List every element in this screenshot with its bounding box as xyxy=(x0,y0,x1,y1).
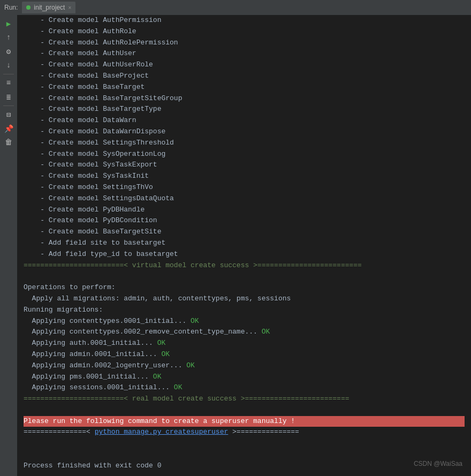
console-line: - Create model PyDBCondition xyxy=(24,215,465,226)
scroll-down-button[interactable]: ↓ xyxy=(2,59,15,72)
run-tab[interactable]: init_project × xyxy=(22,2,75,13)
tab-close-button[interactable]: × xyxy=(68,5,71,11)
settings-button[interactable]: ⚙ xyxy=(2,45,15,58)
console-line xyxy=(24,449,465,460)
run-label: Run: xyxy=(4,4,18,11)
watermark: CSDN @WaiSaa xyxy=(414,460,462,467)
console-line: - Create model SettingsThVo xyxy=(24,182,465,193)
console-line: - Create model SettingsDataQuota xyxy=(24,193,465,205)
console-line: Running migrations: xyxy=(24,305,465,316)
console-line: Applying auth.0001_initial... OK xyxy=(24,338,465,349)
run-status-dot xyxy=(26,5,31,10)
ide-container: Run: init_project × ▶ ↑ ⚙ ↓ ≡ ≣ ⊟ 📌 🗑 - … xyxy=(0,0,471,476)
console-line: - Create model AuthPermission xyxy=(24,15,465,26)
play-button[interactable]: ▶ xyxy=(2,17,15,30)
console-line: Applying pms.0001_initial... OK xyxy=(24,372,465,383)
console-line xyxy=(24,438,465,449)
console-line: - Create model BaseTargetType xyxy=(24,104,465,115)
toolbar-separator-1 xyxy=(3,74,14,74)
tab-name: init_project xyxy=(34,4,65,11)
console-line: Applying admin.0001_initial... OK xyxy=(24,349,465,360)
console-line: - Create model AuthUser xyxy=(24,48,465,59)
console-line: - Create model BaseProject xyxy=(24,71,465,82)
console-line: Apply all migrations: admin, auth, conte… xyxy=(24,293,465,305)
side-toolbar: ▶ ↑ ⚙ ↓ ≡ ≣ ⊟ 📌 🗑 xyxy=(0,15,17,476)
console-line: Operations to perform: xyxy=(24,282,465,293)
console-line: ========================< virtual model … xyxy=(24,260,465,271)
console-line: Applying sessions.0001_initial... OK xyxy=(24,382,465,394)
console-line: - Create model DataWarnDispose xyxy=(24,126,465,138)
console-line: Applying contenttypes.0002_remove_conten… xyxy=(24,327,465,338)
console-line: ========================< real model cre… xyxy=(24,394,465,405)
console-line: Applying contenttypes.0001_initial... OK xyxy=(24,316,465,327)
console-line: - Create model SysTaskInit xyxy=(24,171,465,182)
manage-py-link[interactable]: python manage.py createsuperuser xyxy=(95,428,229,436)
console-line: - Create model BaseTargetSiteGroup xyxy=(24,93,465,104)
toolbar-separator-2 xyxy=(3,105,14,106)
console-line: Applying admin.0002_logentry_user... OK xyxy=(24,360,465,372)
console-line: - Create model BaseTarget xyxy=(24,82,465,93)
console-output[interactable]: - Create model AuthPermission - Create m… xyxy=(17,15,471,476)
console-line: - Create model AuthRolePermission xyxy=(24,37,465,49)
main-area: ▶ ↑ ⚙ ↓ ≡ ≣ ⊟ 📌 🗑 - Create model AuthPer… xyxy=(0,15,471,476)
console-line: - Create model AuthRole xyxy=(24,26,465,37)
console-line: - Add field type_id to basetarget xyxy=(24,249,465,260)
print-button[interactable]: ⊟ xyxy=(2,108,15,121)
console-line: - Create model PyDBHandle xyxy=(24,205,465,216)
console-line: - Create model SysTaskExport xyxy=(24,160,465,171)
console-line: - Add field site to basetarget xyxy=(24,238,465,249)
console-line: - Create model DataWarn xyxy=(24,115,465,126)
console-line: Please run the following command to crea… xyxy=(24,416,465,427)
console-line: ===============< python manage.py create… xyxy=(24,427,465,438)
delete-button[interactable]: 🗑 xyxy=(2,136,15,149)
format-button-1[interactable]: ≡ xyxy=(2,77,15,89)
console-line: - Create model SettingsThreshold xyxy=(24,138,465,149)
console-line xyxy=(24,271,465,282)
console-line: Process finished with exit code 0 xyxy=(24,460,465,472)
format-button-2[interactable]: ≣ xyxy=(2,90,15,103)
pin-button[interactable]: 📌 xyxy=(2,122,15,135)
console-line xyxy=(24,405,465,416)
scroll-up-button[interactable]: ↑ xyxy=(2,31,15,44)
tab-bar: Run: init_project × xyxy=(0,0,471,15)
console-line: - Create model SysOperationLog xyxy=(24,149,465,160)
console-line: - Create model AuthUserRole xyxy=(24,59,465,71)
console-line: - Create model BaseTargetSite xyxy=(24,226,465,238)
